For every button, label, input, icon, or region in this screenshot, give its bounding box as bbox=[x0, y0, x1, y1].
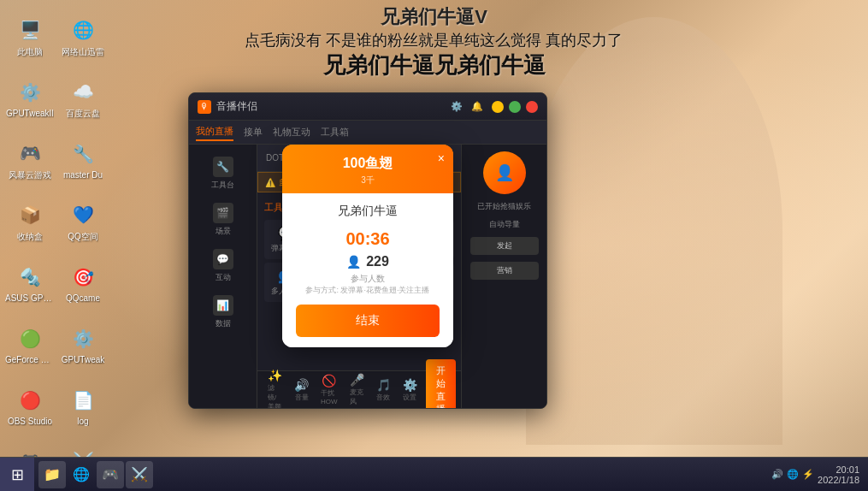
desktop-icon-grid: 🖥️ 此电脑 🌐 网络山迅雷 ⚙️ GPUTweakII ☁️ 百度云盘 🎮 风… bbox=[0, 0, 111, 457]
taskbar-network-icon[interactable]: 🌐 bbox=[787, 469, 799, 480]
qqcame-icon-label: QQcame bbox=[66, 293, 100, 303]
desktop-icon-qq[interactable]: 💙 QQ空间 bbox=[57, 192, 109, 251]
marketing-button[interactable]: 营销 bbox=[470, 262, 539, 280]
noise-label: 干扰HOW bbox=[321, 388, 338, 405]
desktop-icon-master[interactable]: 🔧 master Du bbox=[57, 130, 109, 190]
filter-label: 滤镜/美颜 bbox=[268, 383, 282, 409]
data-icon: 📊 bbox=[213, 295, 233, 316]
desktop-icon-game[interactable]: 🎮 风暴云游戏 bbox=[4, 130, 56, 190]
volume-tool[interactable]: 🔊 音量 bbox=[291, 376, 312, 404]
top-line1: 兄弟们牛逼V bbox=[0, 4, 868, 30]
notif-close-button[interactable]: × bbox=[438, 151, 445, 165]
sidebar-tools[interactable]: 🔧 工具台 bbox=[189, 151, 257, 196]
scene-icon: 🎬 bbox=[213, 203, 233, 223]
app-status-bar: 网速756kbps 丢帧0.00% CPU:11% 内存:13% 02:09:4… bbox=[189, 408, 546, 409]
sidebar-scene[interactable]: 🎬 场景 bbox=[189, 198, 257, 242]
notif-end-button[interactable]: 结束 bbox=[296, 305, 440, 337]
maximize-button[interactable] bbox=[509, 101, 521, 113]
desktop-icon-network[interactable]: 🌐 网络山迅雷 bbox=[57, 7, 109, 67]
box-icon-label: 收纳盒 bbox=[17, 231, 43, 243]
app-navbar: 我的直播 接单 礼物互动 工具箱 bbox=[189, 121, 546, 145]
sound-tool[interactable]: 🎵 音效 bbox=[373, 376, 394, 404]
app-bottom-toolbar: ✨ 滤镜/美颜 🔊 音量 🚫 干扰HOW 🎤 麦克风 🎵 音效 bbox=[257, 370, 461, 408]
settings-tool[interactable]: ⚙️ 设置 bbox=[399, 376, 421, 404]
cloud-icon: ☁️ bbox=[69, 78, 97, 105]
computer-icon-label: 此电脑 bbox=[17, 46, 43, 58]
desktop-icon-asus[interactable]: 🔩 ASUS GPU Tweak bbox=[4, 253, 56, 313]
notification-popup: 100鱼翅 3千 × 兄弟们牛逼 00:36 👤 229 参与人数 参与方式: … bbox=[282, 145, 453, 347]
right-panel: 👤 已开始抢猫娱乐 自动导量 发起 营销 bbox=[461, 145, 546, 408]
taskbar-sound-icon[interactable]: 🔊 bbox=[771, 469, 783, 480]
filter-icon: ✨ bbox=[268, 369, 282, 382]
notif-count: 229 bbox=[366, 254, 389, 269]
taskbar-dota2[interactable]: ⚔️ bbox=[126, 461, 153, 488]
taskbar-steam[interactable]: 🎮 bbox=[97, 461, 124, 488]
desktop-icon-gpu[interactable]: ⚙️ GPUTweakII bbox=[4, 68, 56, 128]
mic-tool[interactable]: 🎤 麦克风 bbox=[346, 371, 368, 408]
right-panel-label: 已开始抢猫娱乐 bbox=[477, 201, 531, 212]
notif-message: 兄弟们牛逼 bbox=[296, 204, 440, 219]
nav-orders[interactable]: 接单 bbox=[244, 124, 263, 140]
taskbar-right: 🔊 🌐 ⚡ 20:01 2022/1/18 bbox=[763, 464, 868, 485]
master-icon: 🔧 bbox=[69, 140, 97, 168]
taskbar-file-explorer[interactable]: 📁 bbox=[38, 461, 66, 488]
qq-icon-label: QQ空间 bbox=[68, 231, 98, 243]
close-button[interactable] bbox=[526, 101, 538, 113]
interact-label: 互动 bbox=[216, 272, 231, 283]
desktop-icon-gputweak[interactable]: ⚙️ GPUTweak bbox=[57, 315, 109, 375]
notif-title: 100鱼翅 bbox=[296, 155, 440, 173]
bell-icon[interactable]: 🔔 bbox=[471, 101, 483, 113]
computer-icon: 🖥️ bbox=[16, 16, 44, 44]
settings-icon[interactable]: ⚙️ bbox=[451, 101, 463, 113]
desktop-icon-computer[interactable]: 🖥️ 此电脑 bbox=[4, 7, 56, 67]
top-overlay-text: 兄弟们牛逼V 点毛病没有 不是谁的粉丝就是单纯这么觉得 真的尽力了 兄弟们牛逼兄… bbox=[0, 0, 868, 85]
interact-icon: 💬 bbox=[213, 249, 233, 269]
data-label: 数据 bbox=[216, 318, 231, 329]
noise-tool[interactable]: 🚫 干扰HOW bbox=[317, 372, 341, 407]
desktop-icon-cloud[interactable]: ☁️ 百度云盘 bbox=[57, 68, 109, 128]
right-panel-sublabel: 自动导量 bbox=[489, 219, 520, 230]
start-button[interactable]: ⊞ bbox=[0, 458, 34, 492]
notif-body: 兄弟们牛逼 00:36 👤 229 参与人数 参与方式: 发弹幕·花费鱼翅·关注… bbox=[282, 193, 453, 347]
taskbar-chrome[interactable]: 🌐 bbox=[68, 461, 95, 488]
master-icon-label: master Du bbox=[63, 170, 103, 180]
app-sidebar: 🔧 工具台 🎬 场景 💬 互动 📊 数据 bbox=[189, 145, 257, 408]
top-line2: 点毛病没有 不是谁的粉丝就是单纯这么觉得 真的尽力了 bbox=[0, 30, 868, 50]
qqcame-icon: 🎯 bbox=[69, 263, 97, 291]
asus-icon-label: ASUS GPU Tweak bbox=[5, 293, 55, 303]
sidebar-interact[interactable]: 💬 互动 bbox=[189, 244, 257, 288]
notif-timer: 00:36 bbox=[296, 229, 440, 249]
qq-icon: 💙 bbox=[69, 201, 97, 228]
nav-toolbox[interactable]: 工具箱 bbox=[321, 124, 349, 140]
game-icon-label: 风暴云游戏 bbox=[9, 169, 51, 181]
start-stream-button[interactable]: 开始直播 bbox=[426, 359, 456, 409]
desktop-icon-geforce[interactable]: 🟢 GeForce Experience bbox=[4, 315, 56, 375]
mic-icon: 🎤 bbox=[350, 373, 364, 387]
gpu-icon-label: GPUTweakII bbox=[6, 109, 54, 118]
filter-tool[interactable]: ✨ 滤镜/美颜 bbox=[264, 367, 286, 409]
app-logo: 🎙 bbox=[198, 100, 211, 114]
nav-my-stream[interactable]: 我的直播 bbox=[196, 123, 233, 141]
person-icon: 👤 bbox=[346, 255, 361, 269]
sidebar-data[interactable]: 📊 数据 bbox=[189, 290, 257, 334]
launch-button[interactable]: 发起 bbox=[470, 237, 539, 255]
nav-gifts[interactable]: 礼物互动 bbox=[273, 124, 310, 140]
windows-icon: ⊞ bbox=[11, 465, 24, 484]
gputweak-icon: ⚙️ bbox=[69, 325, 97, 352]
desktop-icon-box[interactable]: 📦 收纳盒 bbox=[4, 192, 56, 251]
tools-label: 工具台 bbox=[211, 180, 234, 191]
gputweak-icon-label: GPUTweak bbox=[62, 355, 105, 364]
notif-count-label: 参与人数 bbox=[296, 273, 440, 285]
volume-label: 音量 bbox=[295, 393, 309, 402]
top-line3: 兄弟们牛逼兄弟们牛逼 bbox=[0, 50, 868, 80]
taskbar: ⊞ 📁 🌐 🎮 ⚔️ 🔊 🌐 ⚡ 20:01 2022/1/18 bbox=[0, 457, 868, 491]
notif-count-row: 👤 229 bbox=[296, 254, 440, 269]
minimize-button[interactable] bbox=[492, 101, 504, 113]
streamer-avatar: 👤 bbox=[483, 151, 526, 194]
app-titlebar: 🎙 音播伴侣 ⚙️ 🔔 bbox=[189, 93, 546, 121]
desktop-icon-qqcame[interactable]: 🎯 QQcame bbox=[57, 253, 109, 313]
gpu-icon: ⚙️ bbox=[16, 79, 44, 106]
desktop-icon-obs[interactable]: 🔴 OBS Studio bbox=[4, 376, 56, 436]
desktop-icon-log[interactable]: 📄 log bbox=[57, 376, 109, 436]
mic-label: 麦克风 bbox=[350, 387, 364, 406]
